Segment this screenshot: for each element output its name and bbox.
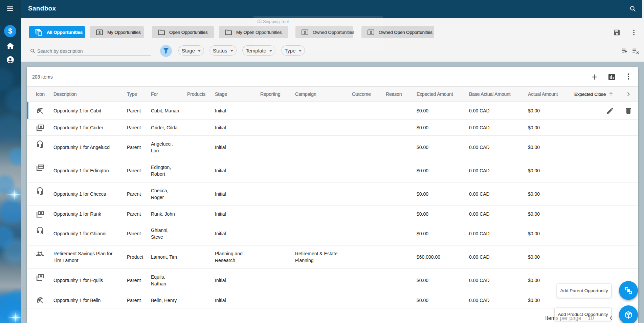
svg-text:$: $ <box>98 30 101 35</box>
